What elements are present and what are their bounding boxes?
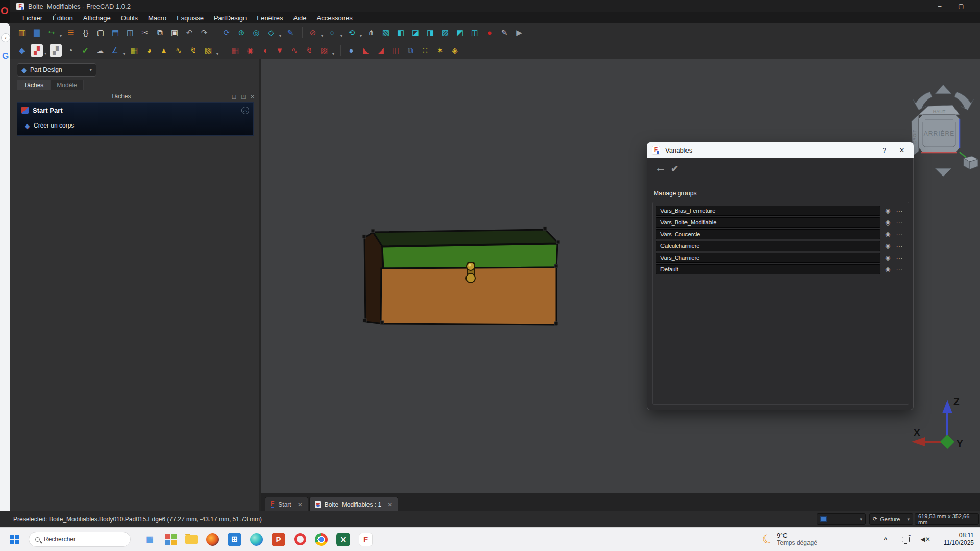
multitransform-icon[interactable]: ◈ (448, 44, 461, 57)
macro-record-icon[interactable]: ● (483, 26, 496, 39)
measure-icon[interactable]: ✎ (284, 26, 297, 39)
more-options-icon[interactable]: ... (896, 230, 903, 237)
more-options-icon[interactable]: ... (896, 265, 903, 272)
cut-icon[interactable]: ✂ (138, 26, 152, 39)
more-options-icon[interactable]: ... (896, 218, 903, 225)
background-browser-sliver[interactable]: ‹ G (0, 23, 10, 527)
close-panel-icon[interactable]: ✕ (251, 94, 255, 99)
draft-icon[interactable]: ◢ (374, 44, 387, 57)
search-input[interactable]: Rechercher (29, 532, 131, 547)
view-axonometric-icon[interactable]: ▧ (379, 26, 393, 39)
group-row[interactable]: Vars_Boite_Modifiable (656, 217, 880, 228)
view-rear-icon[interactable]: ▨ (438, 26, 452, 39)
create-body-task[interactable]: ◆ Créer un corps (17, 118, 253, 133)
menu-edition[interactable]: Édition (47, 13, 78, 23)
eye-icon[interactable]: ◉ (885, 266, 890, 273)
edge-icon[interactable] (250, 533, 263, 546)
chamfer-icon[interactable]: ◣ (359, 44, 373, 57)
group-row[interactable]: Vars_Charniere (656, 253, 880, 263)
hole-icon[interactable]: ◉ (243, 44, 257, 57)
group-row[interactable]: Vars_Bras_Fermeture (656, 206, 880, 216)
float-panel-icon[interactable]: ◱ (232, 94, 236, 99)
back-arrow-icon[interactable]: ← (655, 162, 666, 174)
help-button[interactable]: ? (877, 146, 891, 154)
zoom-box-icon[interactable]: ◎ (250, 26, 263, 39)
box-selection-icon[interactable]: ◌▾ (326, 26, 339, 39)
more-options-icon[interactable]: ... (896, 241, 903, 248)
menu-fichier[interactable]: Fichier (17, 13, 47, 23)
new-document-icon[interactable]: ▢ (94, 26, 107, 39)
share-export-icon[interactable]: ↪▾ (45, 26, 58, 39)
minimize-button[interactable]: – (932, 1, 947, 12)
edit-sketch-icon[interactable]: ▞ (50, 44, 62, 57)
view-sync-icon[interactable]: ⟲▾ (345, 26, 358, 39)
workbench-selector[interactable]: ◆ Part Design ▾ (17, 63, 96, 77)
menu-macro[interactable]: Macro (143, 13, 172, 23)
collapse-chevron-icon[interactable]: ︿ (241, 107, 249, 114)
expression-braces-icon[interactable]: {} (79, 26, 92, 39)
back-arrow-icon[interactable]: ‹ (1, 33, 10, 42)
menu-fenetres[interactable]: Fenêtres (252, 13, 288, 23)
navigation-style-dropdown[interactable]: ⟳ Gesture ▾ (869, 513, 913, 525)
datum-icon[interactable]: ∠▾ (108, 44, 121, 57)
additive-helix-icon[interactable]: ↯ (187, 44, 200, 57)
create-body-icon[interactable]: ◆ (15, 44, 29, 57)
eye-icon[interactable]: ◉ (885, 242, 890, 249)
redo-icon[interactable]: ↷ (198, 26, 211, 39)
copy-icon[interactable]: ⧉ (153, 26, 166, 39)
tab-start[interactable]: F Start ✕ (265, 497, 308, 511)
firefox-icon[interactable] (206, 533, 219, 546)
view-front-icon[interactable]: ◧ (394, 26, 407, 39)
save-icon[interactable]: ◫ (124, 26, 137, 39)
view-left-icon[interactable]: ◫ (468, 26, 481, 39)
macro-play-icon[interactable]: ▶ (512, 26, 526, 39)
attach-sketch-icon[interactable]: ◔ (64, 44, 77, 57)
opera-icon-background[interactable]: O (1, 5, 9, 17)
fillet-icon[interactable]: ● (345, 44, 358, 57)
macro-edit-icon[interactable]: ✎ (498, 26, 511, 39)
close-tab-icon[interactable]: ✕ (298, 501, 303, 508)
volume-muted-icon[interactable]: ◀✕ (921, 536, 930, 543)
view-bottom-icon[interactable]: ◩ (453, 26, 467, 39)
group-row[interactable]: Vars_Coucercle (656, 229, 880, 239)
create-sketch-icon[interactable]: ▞▾ (31, 44, 43, 57)
subtractive-primitive-icon[interactable]: ▨▾ (317, 44, 331, 57)
tab-model[interactable]: Modèle (50, 80, 83, 90)
additive-loft-icon[interactable]: ▲ (157, 44, 170, 57)
menu-accessoires[interactable]: Accessoires (312, 13, 358, 23)
view-isometric-icon[interactable]: ◇▾ (264, 26, 278, 39)
paste-icon[interactable]: ▣ (168, 26, 181, 39)
subtractive-helix-icon[interactable]: ↯ (303, 44, 316, 57)
opera-icon[interactable] (294, 533, 306, 545)
eye-icon[interactable]: ◉ (885, 219, 890, 226)
menu-partdesign[interactable]: PartDesign (209, 13, 252, 23)
eye-icon[interactable]: ◉ (885, 231, 890, 238)
project-folder-icon[interactable]: ▇ (30, 26, 43, 39)
tab-boite-modifiables[interactable]: Boite_Modifiables : 1 ✕ (309, 497, 398, 511)
task-section-header[interactable]: Start Part ︿ (17, 103, 253, 118)
parts-library-icon[interactable]: ▥ (15, 26, 29, 39)
clock[interactable]: 08:11 11/10/2025 (944, 532, 974, 547)
subtractive-loft-icon[interactable]: ▼ (273, 44, 286, 57)
menu-outils[interactable]: Outils (116, 13, 143, 23)
zoom-fit-icon[interactable]: ⊕ (235, 26, 248, 39)
network-icon[interactable] (902, 537, 910, 542)
tray-expand-icon[interactable]: ^ (884, 536, 888, 543)
menu-affichage[interactable]: Affichage (78, 13, 116, 23)
navigation-cube[interactable]: DROIT HAUT ARRIÈRE (908, 77, 980, 181)
revolution-icon[interactable]: ◕ (142, 44, 156, 57)
eye-icon[interactable]: ◉ (885, 254, 890, 261)
more-options-icon[interactable]: ... (896, 206, 903, 213)
excel-icon[interactable]: X (336, 533, 350, 546)
tab-tasks[interactable]: Tâches (17, 80, 50, 90)
additive-primitive-icon[interactable]: ▧▾ (202, 44, 215, 57)
thickness-icon[interactable]: ◫ (389, 44, 402, 57)
eye-icon[interactable]: ◉ (885, 207, 890, 214)
preferences-sliders-icon[interactable]: ☰ (64, 26, 78, 39)
group-row[interactable]: Calculcharniere (656, 241, 880, 251)
weather-widget[interactable]: ☾ 9°C Temps dégagé (762, 532, 817, 546)
menu-aide[interactable]: Aide (288, 13, 312, 23)
task-view-icon[interactable]: ▦ (143, 533, 157, 546)
powerpoint-icon[interactable]: P (272, 533, 285, 546)
start-button[interactable] (5, 530, 23, 548)
